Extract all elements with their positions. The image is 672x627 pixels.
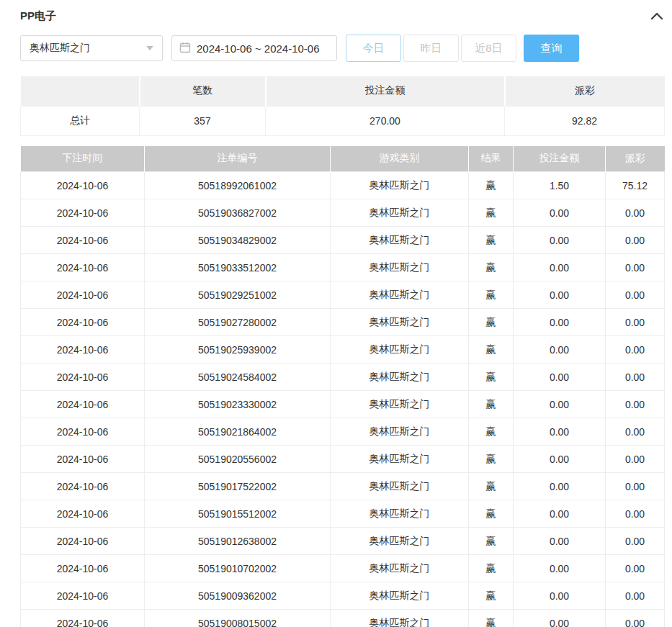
yesterday-button[interactable]: 昨日 (403, 35, 459, 62)
cell-result: 赢 (469, 281, 514, 309)
cell-bet-amount: 0.00 (514, 364, 606, 391)
cell-bet-time: 2024-10-06 (21, 309, 145, 336)
cell-bet-time: 2024-10-06 (21, 364, 145, 391)
cell-bet-amount: 0.00 (514, 446, 606, 473)
cell-result: 赢 (469, 364, 514, 391)
header-result: 结果 (469, 146, 514, 172)
cell-bet-id: 50519017522002 (145, 473, 331, 500)
table-row: 2024-10-0650519010702002奥林匹斯之门赢0.000.00 (21, 555, 665, 582)
summary-total-row: 总计 357 270.00 92.82 (21, 106, 665, 135)
cell-game-type: 奥林匹斯之门 (331, 473, 469, 500)
cell-bet-time: 2024-10-06 (21, 254, 145, 281)
records-body: 2024-10-0650518992061002奥林匹斯之门赢1.5075.12… (21, 172, 665, 627)
cell-payout: 75.12 (606, 172, 665, 199)
cell-bet-amount: 0.00 (514, 500, 606, 528)
table-row: 2024-10-0650519008015002奥林匹斯之门赢0.000.00 (21, 610, 665, 627)
cell-bet-time: 2024-10-06 (21, 281, 145, 309)
cell-payout: 0.00 (606, 528, 665, 555)
panel-header: PP电子 (20, 6, 664, 26)
cell-payout: 0.00 (606, 254, 665, 281)
today-button[interactable]: 今日 (346, 35, 401, 62)
cell-bet-amount: 0.00 (514, 227, 606, 254)
header-game-type: 游戏类别 (331, 146, 469, 172)
cell-bet-id: 50519020556002 (145, 446, 331, 473)
cell-game-type: 奥林匹斯之门 (331, 582, 469, 610)
cell-result: 赢 (469, 254, 514, 281)
cell-result: 赢 (469, 610, 514, 627)
cell-bet-id: 50519033512002 (145, 254, 331, 281)
table-row: 2024-10-0650518992061002奥林匹斯之门赢1.5075.12 (21, 172, 665, 199)
summary-header-bet-amount: 投注金额 (266, 76, 505, 106)
cell-bet-amount: 0.00 (514, 336, 606, 364)
cell-bet-id: 50519008015002 (145, 610, 331, 627)
table-row: 2024-10-0650519024584002奥林匹斯之门赢0.000.00 (21, 364, 665, 391)
records-header-row: 下注时间 注单编号 游戏类别 结果 投注金额 派彩 (21, 146, 665, 172)
cell-payout: 0.00 (606, 227, 665, 254)
cell-result: 赢 (469, 582, 514, 610)
table-row: 2024-10-0650519017522002奥林匹斯之门赢0.000.00 (21, 473, 665, 500)
cell-bet-time: 2024-10-06 (21, 172, 145, 199)
date-range-value: 2024-10-06 ~ 2024-10-06 (197, 42, 320, 55)
table-row: 2024-10-0650519025939002奥林匹斯之门赢0.000.00 (21, 336, 665, 364)
filter-bar: 奥林匹斯之门 2024-10-06 ~ 2024-10-06 今日 昨日 近8日… (20, 35, 664, 62)
cell-result: 赢 (469, 336, 514, 364)
table-row: 2024-10-0650519027280002奥林匹斯之门赢0.000.00 (21, 309, 665, 336)
summary-header-blank (21, 76, 140, 106)
cell-bet-id: 50519015512002 (145, 500, 331, 528)
table-row: 2024-10-0650519015512002奥林匹斯之门赢0.000.00 (21, 500, 665, 528)
cell-bet-id: 50518992061002 (145, 172, 331, 199)
cell-payout: 0.00 (606, 199, 665, 227)
cell-bet-id: 50519010702002 (145, 555, 331, 582)
cell-bet-id: 50519027280002 (145, 309, 331, 336)
cell-result: 赢 (469, 500, 514, 528)
cell-payout: 0.00 (606, 391, 665, 418)
table-row: 2024-10-0650519029251002奥林匹斯之门赢0.000.00 (21, 281, 665, 309)
records-table: 下注时间 注单编号 游戏类别 结果 投注金额 派彩 2024-10-065051… (20, 146, 665, 627)
cell-bet-time: 2024-10-06 (21, 336, 145, 364)
table-row: 2024-10-0650519020556002奥林匹斯之门赢0.000.00 (21, 446, 665, 473)
chevron-up-icon[interactable] (650, 11, 664, 21)
page-title: PP电子 (20, 9, 56, 23)
cell-bet-time: 2024-10-06 (21, 610, 145, 627)
table-row: 2024-10-0650519023330002奥林匹斯之门赢0.000.00 (21, 391, 665, 418)
cell-bet-time: 2024-10-06 (21, 582, 145, 610)
summary-total-label: 总计 (21, 106, 140, 135)
caret-down-icon (146, 46, 153, 50)
cell-bet-id: 50519023330002 (145, 391, 331, 418)
cell-payout: 0.00 (606, 336, 665, 364)
cell-game-type: 奥林匹斯之门 (331, 364, 469, 391)
cell-bet-id: 50519029251002 (145, 281, 331, 309)
header-payout: 派彩 (606, 146, 665, 172)
cell-bet-amount: 0.00 (514, 309, 606, 336)
summary-header-count: 笔数 (140, 76, 266, 106)
summary-total-bet-amount: 270.00 (266, 106, 505, 135)
summary-header-row: 笔数 投注金额 派彩 (21, 76, 665, 106)
cell-bet-amount: 0.00 (514, 528, 606, 555)
game-select[interactable]: 奥林匹斯之门 (20, 35, 163, 61)
cell-bet-amount: 0.00 (514, 610, 606, 627)
cell-bet-id: 50519021864002 (145, 418, 331, 446)
last-8-days-button[interactable]: 近8日 (461, 35, 516, 62)
cell-bet-amount: 0.00 (514, 582, 606, 610)
summary-total-payout: 92.82 (505, 106, 665, 135)
cell-bet-time: 2024-10-06 (21, 528, 145, 555)
cell-bet-id: 50519012638002 (145, 528, 331, 555)
cell-payout: 0.00 (606, 582, 665, 610)
query-button[interactable]: 查询 (524, 35, 579, 62)
cell-bet-id: 50519036827002 (145, 199, 331, 227)
cell-bet-time: 2024-10-06 (21, 199, 145, 227)
cell-bet-time: 2024-10-06 (21, 500, 145, 528)
cell-result: 赢 (469, 227, 514, 254)
cell-bet-time: 2024-10-06 (21, 418, 145, 446)
header-bet-amount: 投注金额 (514, 146, 606, 172)
cell-payout: 0.00 (606, 418, 665, 446)
cell-payout: 0.00 (606, 500, 665, 528)
cell-bet-id: 50519024584002 (145, 364, 331, 391)
cell-game-type: 奥林匹斯之门 (331, 555, 469, 582)
cell-payout: 0.00 (606, 610, 665, 627)
date-range-input[interactable]: 2024-10-06 ~ 2024-10-06 (171, 35, 337, 61)
cell-result: 赢 (469, 473, 514, 500)
summary-total-count: 357 (140, 106, 266, 135)
cell-result: 赢 (469, 309, 514, 336)
cell-result: 赢 (469, 391, 514, 418)
